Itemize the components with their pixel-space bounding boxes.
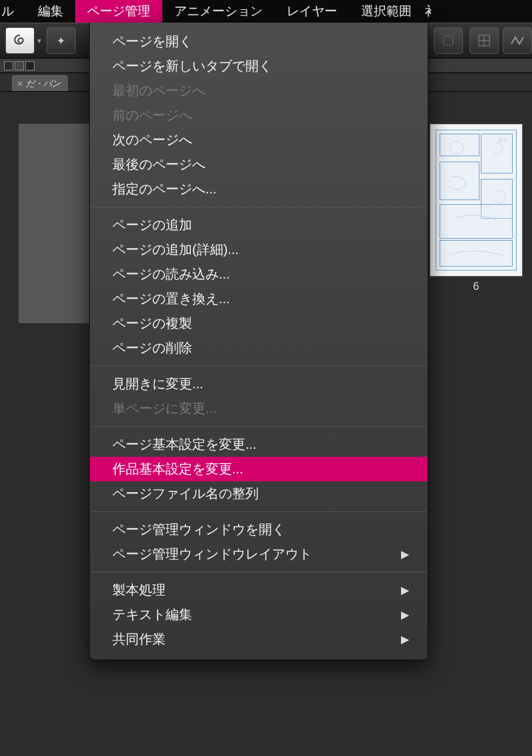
dd-collab-label: 共同作業 [112,630,166,648]
dd-collab[interactable]: 共同作業 ▶ [90,627,428,652]
menu-animation[interactable]: アニメーション [162,0,275,23]
tool-swirl-icon[interactable] [5,27,35,54]
submenu-arrow-icon: ▶ [401,608,409,621]
tab-label: だ・バン [26,78,61,90]
menu-selection[interactable]: 選択範囲 [349,0,424,23]
dd-work-settings[interactable]: 作品基本設定を変更... [90,457,428,481]
dd-open-new-tab[interactable]: ページを新しいタブで開く [90,54,428,78]
tool-grid-icon[interactable] [469,27,499,54]
dd-sort-filenames[interactable]: ページファイル名の整列 [90,481,428,506]
dd-separator [91,572,426,572]
dd-next-page[interactable]: 次のページへ [90,128,428,152]
dd-import-page[interactable]: ページの読み込み... [90,262,428,287]
dd-pm-layout-label: ページ管理ウィンドウレイアウト [112,545,312,563]
menu-page-manage[interactable]: ページ管理 [75,0,162,23]
page-number-label: 6 [473,281,479,293]
tab-close-icon[interactable]: ✕ [17,79,23,88]
dd-text-edit[interactable]: テキスト編集 ▶ [90,602,428,627]
dd-open-pm-window[interactable]: ページ管理ウィンドウを開く [90,517,428,542]
panel-restore-icon[interactable] [15,61,24,70]
panel-min-icon[interactable] [4,61,13,70]
menu-edit[interactable]: 編集 [26,0,75,23]
dd-goto-page[interactable]: 指定のページへ... [90,177,428,201]
svg-rect-0 [444,36,453,45]
page-thumb-placeholder [19,124,90,323]
dd-add-page[interactable]: ページの追加 [90,213,428,237]
dd-separator [91,511,426,512]
panel-max-icon[interactable] [25,61,35,70]
page-thumb-canvas: ほら [430,124,523,277]
dd-separator [91,207,426,207]
submenu-arrow-icon: ▶ [401,584,409,596]
dd-duplicate-page[interactable]: ページの複製 [90,311,428,336]
submenu-arrow-icon: ▶ [401,633,409,646]
dd-separator [91,366,426,366]
page-thumb-6[interactable]: ほら 6 [430,124,523,293]
dd-first-page: 最初のページへ [90,78,428,103]
dd-add-page-detail[interactable]: ページの追加(詳細)... [90,237,428,262]
dd-binding-label: 製本処理 [112,581,166,599]
dd-delete-page[interactable]: ページの削除 [90,336,428,360]
submenu-arrow-icon: ▶ [401,548,409,561]
dd-text-edit-label: テキスト編集 [112,606,192,624]
dropdown-arrow-icon[interactable]: ▼ [36,37,43,45]
dd-last-page[interactable]: 最後のページへ [90,152,428,177]
dd-to-spread[interactable]: 見開きに変更... [90,372,428,396]
dd-pm-layout[interactable]: ページ管理ウィンドウレイアウト ▶ [90,542,428,567]
dd-page-settings[interactable]: ページ基本設定を変更... [90,432,428,457]
dd-prev-page: 前のページへ [90,103,428,128]
menu-cut-right[interactable]: 衤 [424,0,450,23]
dd-replace-page[interactable]: ページの置き換え... [90,287,428,311]
tool-sparkle-icon[interactable]: ✦ [47,27,76,54]
dd-open-page[interactable]: ページを開く [90,29,428,54]
dd-separator [91,426,426,427]
page-manage-dropdown: ページを開く ページを新しいタブで開く 最初のページへ 前のページへ 次のページ… [89,23,428,660]
document-tab[interactable]: ✕ だ・バン [12,75,68,91]
dd-to-single: 単ページに変更... [90,396,428,421]
dd-binding[interactable]: 製本処理 ▶ [90,578,428,602]
tool-zigzag-icon[interactable] [503,27,532,54]
menu-layer[interactable]: レイヤー [275,0,349,23]
tool-generic-icon[interactable] [434,27,463,54]
menubar: ル 編集 ページ管理 アニメーション レイヤー 選択範囲 衤 [0,0,532,23]
menu-file-cut[interactable]: ル [0,0,26,23]
